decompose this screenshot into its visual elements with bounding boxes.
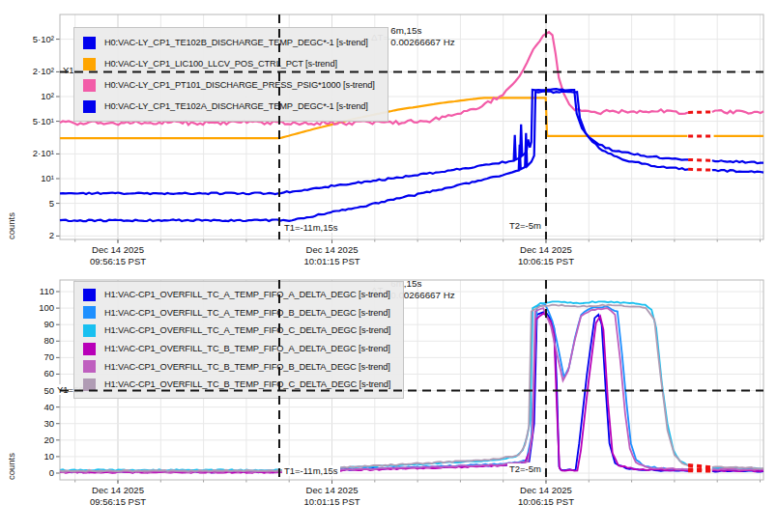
y-tick-label: 5·10¹ bbox=[6, 116, 54, 126]
trace-TE102B_DISCHARGE_TEMP bbox=[712, 160, 763, 163]
legend-item-label: H0:VAC-LY_CP1_TE102B_DISCHARGE_TEMP_DEGC… bbox=[104, 38, 368, 47]
y-tick-label: 90 bbox=[6, 319, 54, 329]
x-tick-label: Dec 14 202510:06:15 PST bbox=[518, 485, 574, 507]
y-tick-label: 2 bbox=[6, 230, 54, 240]
chart-bottom-overfill-trends[interactable]: counts ΔT= 6m,15s 0.00266667 Hz 11010090… bbox=[60, 280, 763, 480]
legend-swatch-icon bbox=[83, 378, 96, 391]
legend-item-label: H1:VAC-CP1_OVERFILL_TC_B_TEMP_FIFO_C_DEL… bbox=[104, 379, 390, 389]
legend-item[interactable]: H0:VAC-LY_CP1_PT101_DISCHARGE_PRESS_PSIG… bbox=[83, 74, 375, 96]
y-tick-label: 110 bbox=[6, 286, 54, 296]
data-gap-marker bbox=[688, 112, 712, 113]
legend-item-label: H1:VAC-CP1_OVERFILL_TC_A_TEMP_FIFO_A_DEL… bbox=[104, 290, 390, 299]
legend-item-label: H1:VAC-CP1_OVERFILL_TC_A_TEMP_FIFO_C_DEL… bbox=[104, 325, 390, 335]
legend-item-label: H0:VAC-LY_CP1_LIC100_LLCV_POS_CTRL_PCT [… bbox=[104, 59, 337, 69]
y-tick-label: 60 bbox=[6, 368, 54, 378]
legend-item[interactable]: H0:VAC-LY_CP1_TE102B_DISCHARGE_TEMP_DEGC… bbox=[83, 32, 375, 53]
y-tick-label: 100 bbox=[6, 302, 54, 313]
data-gap-marker bbox=[688, 159, 712, 160]
legend-item[interactable]: H1:VAC-CP1_OVERFILL_TC_A_TEMP_FIFO_C_DEL… bbox=[83, 322, 390, 340]
legend-item-label: H0:VAC-LY_CP1_TE102A_DISCHARGE_TEMP_DEGC… bbox=[104, 101, 368, 111]
y-tick-label: 2·10² bbox=[6, 66, 54, 76]
trend-viewer-figure: counts ΔT= 6m,15s 0.00266667 Hz 5·10²2·1… bbox=[0, 0, 777, 532]
legend-swatch-icon bbox=[83, 306, 96, 319]
trace-TE102A_DISCHARGE_TEMP bbox=[712, 170, 763, 173]
legend-item-label: H0:VAC-LY_CP1_PT101_DISCHARGE_PRESS_PSIG… bbox=[104, 80, 375, 90]
x-tick-label: Dec 14 202510:01:15 PST bbox=[303, 244, 360, 266]
data-gap-marker bbox=[688, 169, 712, 170]
legend-swatch-icon bbox=[83, 37, 96, 49]
y-tick-label: 20 bbox=[6, 434, 54, 445]
delta-t-frequency: 0.00266667 Hz bbox=[390, 37, 454, 48]
y-tick-label: 5·10² bbox=[6, 34, 54, 44]
legend-swatch-icon bbox=[83, 58, 96, 70]
legend-swatch-icon bbox=[83, 289, 96, 301]
x-tick-label: Dec 14 202509:56:15 PST bbox=[90, 485, 146, 507]
legend-item-label: H1:VAC-CP1_OVERFILL_TC_A_TEMP_FIFO_B_DEL… bbox=[104, 308, 390, 318]
y-tick-label: 70 bbox=[6, 351, 54, 362]
y-tick-label: 2·10¹ bbox=[6, 148, 54, 158]
cursor-t2-label: T2=-5m bbox=[507, 463, 543, 474]
legend-item[interactable]: H1:VAC-CP1_OVERFILL_TC_A_TEMP_FIFO_B_DEL… bbox=[83, 304, 390, 322]
y-tick-label: 40 bbox=[6, 402, 54, 412]
legend-item[interactable]: H0:VAC-LY_CP1_TE102A_DISCHARGE_TEMP_DEGC… bbox=[83, 96, 375, 117]
legend-item-label: H1:VAC-CP1_OVERFILL_TC_B_TEMP_FIFO_A_DEL… bbox=[104, 344, 390, 353]
legend-swatch-icon bbox=[83, 343, 96, 355]
delta-t-value: 6m,15s bbox=[390, 25, 454, 37]
legend-item[interactable]: H1:VAC-CP1_OVERFILL_TC_A_TEMP_FIFO_A_DEL… bbox=[83, 286, 390, 304]
legend-item[interactable]: H0:VAC-LY_CP1_LIC100_LLCV_POS_CTRL_PCT [… bbox=[83, 53, 375, 74]
legend-item[interactable]: H1:VAC-CP1_OVERFILL_TC_B_TEMP_FIFO_C_DEL… bbox=[83, 376, 390, 394]
legend-item[interactable]: H1:VAC-CP1_OVERFILL_TC_B_TEMP_FIFO_A_DEL… bbox=[83, 340, 390, 358]
cursor-t1-label: T1=-11m,15s bbox=[282, 465, 340, 476]
y-tick-label: 10 bbox=[6, 451, 54, 462]
legend-swatch-icon bbox=[83, 79, 96, 92]
y-tick-label: 50 bbox=[6, 385, 54, 396]
cursor-t2-label: T2=-5m bbox=[507, 220, 543, 231]
y-tick-label: 10¹ bbox=[6, 173, 54, 183]
x-tick-label: Dec 14 202510:01:15 PST bbox=[303, 485, 360, 507]
legend-swatch-icon bbox=[83, 100, 96, 113]
legend-swatch-icon bbox=[83, 360, 96, 373]
legend-item-label: H1:VAC-CP1_OVERFILL_TC_B_TEMP_FIFO_B_DEL… bbox=[104, 362, 390, 372]
y-tick-label: 10² bbox=[6, 91, 54, 101]
legend-box: H1:VAC-CP1_OVERFILL_TC_A_TEMP_FIFO_A_DEL… bbox=[73, 281, 404, 399]
legend-box: H0:VAC-LY_CP1_TE102B_DISCHARGE_TEMP_DEGC… bbox=[73, 27, 388, 122]
x-tick-label: Dec 14 202509:56:15 PST bbox=[90, 244, 146, 266]
cursor-t1-label: T1=-11m,15s bbox=[282, 222, 340, 233]
chart-top-discharge-trends[interactable]: counts ΔT= 6m,15s 0.00266667 Hz 5·10²2·1… bbox=[60, 14, 763, 239]
y-tick-label: 0 bbox=[6, 467, 54, 478]
y-tick-label: 30 bbox=[6, 418, 54, 429]
x-tick-label: Dec 14 202510:06:15 PST bbox=[518, 244, 574, 266]
legend-item[interactable]: H1:VAC-CP1_OVERFILL_TC_B_TEMP_FIFO_B_DEL… bbox=[83, 357, 390, 376]
y-tick-label: 5 bbox=[6, 198, 54, 209]
y-tick-label: 80 bbox=[6, 335, 54, 346]
trace-PT101_DISCHARGE_PRESS_PSIG bbox=[712, 110, 763, 113]
legend-swatch-icon bbox=[83, 324, 96, 337]
